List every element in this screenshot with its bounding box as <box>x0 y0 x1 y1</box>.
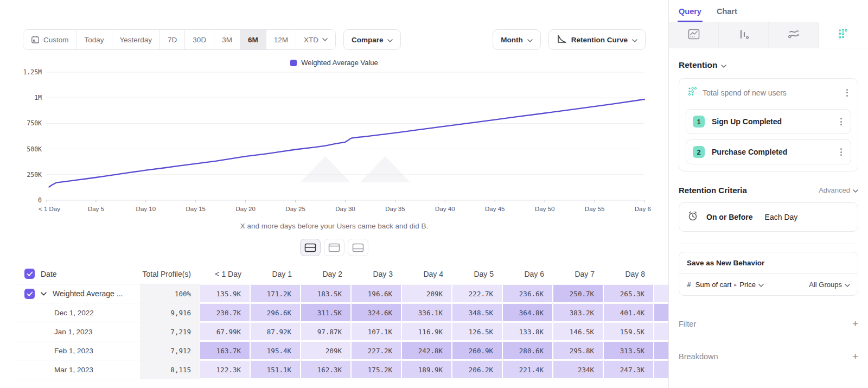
date-range-7d[interactable]: 7D <box>160 30 185 49</box>
date-range-today[interactable]: Today <box>77 30 112 49</box>
retention-value-cell[interactable]: 247.3K <box>603 360 654 379</box>
advanced-dropdown[interactable]: Advanced <box>819 186 858 194</box>
retention-value-cell[interactable]: 196.6K <box>351 284 401 303</box>
retention-value-cell[interactable]: 171.2K <box>250 284 301 303</box>
retention-value-cell[interactable]: 162.3K <box>301 360 351 379</box>
retention-value-cell[interactable]: 236.6K <box>502 284 553 303</box>
behavior-step[interactable]: 1 Sign Up Completed <box>686 109 851 134</box>
chart-type-button[interactable]: Retention Curve <box>548 29 646 50</box>
report-tab-insights[interactable] <box>669 22 719 48</box>
retention-value-cell[interactable]: 383.2K <box>553 303 603 322</box>
report-tab-funnels[interactable] <box>719 22 769 48</box>
date-range-3m[interactable]: 3M <box>214 30 240 49</box>
bottom-panel-view-toggle[interactable] <box>348 239 368 256</box>
retention-value-cell[interactable]: 146.5K <box>553 322 603 341</box>
retention-value-cell[interactable]: 250.7K <box>553 284 603 303</box>
expand-chevron-icon[interactable] <box>41 292 47 296</box>
retention-value-cell[interactable]: 311.5K <box>301 303 351 322</box>
retention-value-cell[interactable]: 265.3K <box>603 284 654 303</box>
retention-value-cell[interactable]: 209K <box>301 341 351 360</box>
weighted-average-line <box>49 99 645 187</box>
retention-curve-icon <box>557 34 567 46</box>
date-range-12m[interactable]: 12M <box>266 30 296 49</box>
retention-value-cell[interactable]: 295.8K <box>553 341 603 360</box>
retention-section-header[interactable]: Retention <box>679 60 858 70</box>
behavior-step[interactable]: 2 Purchase Completed <box>686 139 851 164</box>
add-filter-button[interactable]: + <box>852 320 858 328</box>
table-row[interactable]: Jan 1, 20237,21967.99K87.92K97.87K107.1K… <box>16 322 668 341</box>
retention-value-cell[interactable]: 87.92K <box>250 322 301 341</box>
retention-value-cell[interactable]: 107.1K <box>351 322 401 341</box>
granularity-button[interactable]: Month <box>493 29 540 50</box>
retention-value-cell[interactable]: 227.2K <box>351 341 401 360</box>
retention-value-cell[interactable]: 175.2K <box>351 360 401 379</box>
kebab-menu-icon[interactable] <box>838 147 844 157</box>
retention-value-cell[interactable]: 336.1K <box>401 303 452 322</box>
top-panel-view-toggle[interactable] <box>324 239 344 256</box>
date-range-yesterday[interactable]: Yesterday <box>112 30 161 49</box>
retention-value-cell[interactable]: 133.8K <box>502 322 553 341</box>
line-chart-svg[interactable]: 0250K500K750K1M1.25M< 1 DayDay 5Day 10Da… <box>16 68 651 219</box>
retention-value-cell[interactable]: 206.2K <box>452 360 502 379</box>
retention-value-cell[interactable]: 242.8K <box>401 341 452 360</box>
toolbar: Custom Today Yesterday 7D 30D 3M 6M 12M <box>23 29 646 50</box>
retention-criteria-row: Retention Criteria Advanced <box>679 186 858 195</box>
retention-value-cell[interactable]: 221.4K <box>502 360 553 379</box>
row-checkbox[interactable] <box>24 269 35 279</box>
retention-value-cell[interactable]: 222.7K <box>452 284 502 303</box>
retention-value-cell[interactable]: 67.99K <box>200 322 250 341</box>
tab-chart[interactable]: Chart <box>717 7 737 22</box>
tab-query[interactable]: Query <box>679 7 701 22</box>
date-range-6m[interactable]: 6M <box>240 30 266 49</box>
retention-value-cell[interactable]: 195.4K <box>250 341 301 360</box>
retention-value-cell[interactable]: 280.6K <box>502 341 553 360</box>
chevron-down-icon <box>853 186 858 194</box>
group-dropdown[interactable]: All Groups <box>809 281 850 289</box>
report-type-strip <box>669 22 868 48</box>
table-row[interactable]: Weighted Average ...100%135.9K171.2K183.… <box>16 284 668 303</box>
retention-value-cell[interactable]: 97.87K <box>301 322 351 341</box>
table-row[interactable]: Dec 1, 20229,916230.7K296.6K311.5K324.6K… <box>16 303 668 322</box>
kebab-menu-icon[interactable] <box>844 88 850 98</box>
table-row[interactable]: Feb 1, 20237,912163.7K195.4K209K227.2K24… <box>16 341 668 360</box>
retention-value-cell[interactable]: 151.1K <box>250 360 301 379</box>
retention-value-cell[interactable]: 234K <box>553 360 603 379</box>
retention-value-cell[interactable]: 230.7K <box>200 303 250 322</box>
split-view-toggle[interactable] <box>300 239 321 256</box>
retention-value-cell[interactable]: 183.5K <box>301 284 351 303</box>
total-profiles-cell: 100% <box>140 284 200 303</box>
retention-value-cell[interactable]: 116.9K <box>401 322 452 341</box>
retention-value-cell[interactable]: 135.9K <box>200 284 250 303</box>
report-tab-retention[interactable] <box>819 22 868 48</box>
table-row[interactable]: Mar 1, 20238,115122.3K151.1K162.3K175.2K… <box>16 360 668 379</box>
retention-value-cell[interactable]: 348.5K <box>452 303 502 322</box>
row-checkbox[interactable] <box>24 289 35 299</box>
kebab-menu-icon[interactable] <box>838 117 844 126</box>
retention-value-cell[interactable]: 122.3K <box>200 360 250 379</box>
table-header-row: Date Total Profile(s) < 1 DayDay 1Day 2D… <box>16 264 668 284</box>
retention-value-cell[interactable]: 126.5K <box>452 322 502 341</box>
insights-icon <box>688 29 700 42</box>
add-breakdown-button[interactable]: + <box>852 353 858 360</box>
col-header: Day 5 <box>452 264 502 284</box>
measurement-row[interactable]: # Sum of cart ▸ Price All Groups <box>679 273 858 295</box>
retention-value-cell[interactable]: 163.7K <box>200 341 250 360</box>
total-profiles-cell: 7,912 <box>140 341 200 360</box>
retention-value-cell[interactable]: 159.5K <box>603 322 654 341</box>
retention-value-cell[interactable]: 209K <box>401 284 452 303</box>
chart-legend[interactable]: Weighted Average Value <box>0 59 668 67</box>
retention-value-cell[interactable]: 189.9K <box>401 360 452 379</box>
retention-value-cell[interactable]: 260.9K <box>452 341 502 360</box>
date-range-30d[interactable]: 30D <box>185 30 214 49</box>
report-tab-flows[interactable] <box>769 22 819 48</box>
date-range-custom[interactable]: Custom <box>23 30 77 49</box>
retention-value-cell[interactable]: 324.6K <box>351 303 401 322</box>
save-as-new-behavior-button[interactable]: Save as New Behavior <box>679 252 858 273</box>
retention-value-cell[interactable]: 364.8K <box>502 303 553 322</box>
criteria-condition-card[interactable]: On or Before Each Day <box>679 202 858 232</box>
retention-value-cell[interactable]: 401.4K <box>603 303 654 322</box>
date-range-xtd[interactable]: XTD <box>296 30 335 49</box>
retention-value-cell[interactable]: 313.5K <box>603 341 654 360</box>
compare-button[interactable]: Compare <box>343 29 401 50</box>
retention-value-cell[interactable]: 296.6K <box>250 303 301 322</box>
